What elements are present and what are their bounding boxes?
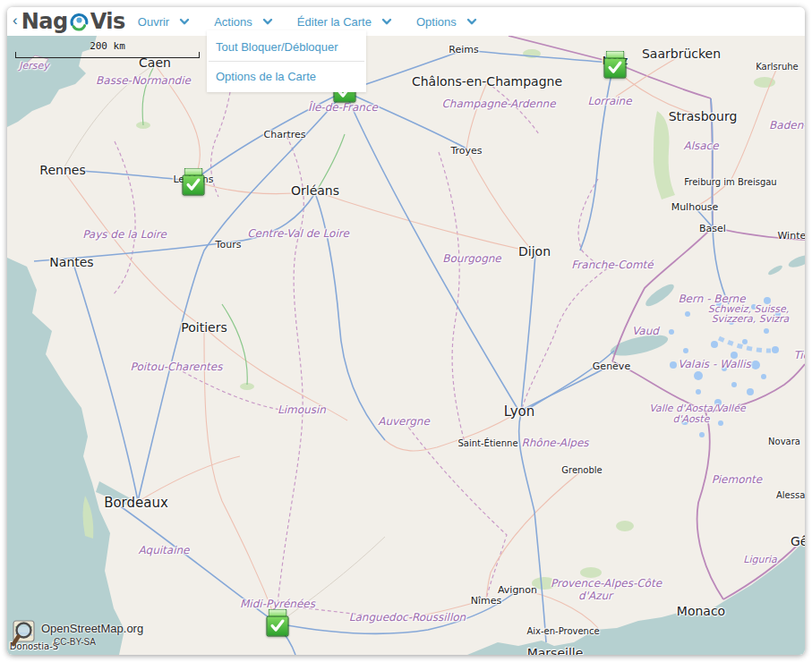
- marker-face: [267, 616, 289, 637]
- app-window: ‹ Nag Vis Ouvrir Actions Éditer la Carte: [7, 7, 805, 655]
- chevron-down-icon: [466, 17, 477, 26]
- nagvis-logo: Nag Vis: [21, 9, 125, 34]
- logo-text-nag: Nag: [21, 9, 68, 34]
- menu-editer-la-carte[interactable]: Éditer la Carte: [297, 15, 392, 29]
- marker-face: [183, 175, 205, 196]
- scale-label: 200 km: [15, 40, 200, 52]
- menu-item-options-de-la-carte[interactable]: Options de la Carte: [207, 62, 366, 90]
- osm-attribution: OpenStreetMap.org CC-BY-SA: [9, 617, 215, 653]
- chevron-down-icon: [179, 17, 190, 26]
- menu-label: Ouvrir: [138, 15, 169, 29]
- menu-ouvrir[interactable]: Ouvrir: [138, 15, 190, 29]
- scale-bar: 200 km: [15, 40, 200, 58]
- menu-options[interactable]: Options: [416, 15, 477, 29]
- marker-face: [604, 58, 627, 79]
- scale-line: [15, 52, 200, 58]
- menu-actions[interactable]: Actions: [214, 15, 273, 29]
- main-menu: Ouvrir Actions Éditer la Carte Options: [138, 15, 501, 29]
- logo-text-vis: Vis: [90, 9, 125, 34]
- status-marker-metz[interactable]: [604, 51, 627, 78]
- status-marker-toulouse[interactable]: [267, 609, 289, 636]
- globe-icon: [69, 12, 90, 32]
- chevron-down-icon: [381, 17, 392, 26]
- check-icon: [269, 618, 287, 635]
- check-icon: [184, 177, 203, 194]
- menu-bar: ‹ Nag Vis Ouvrir Actions Éditer la Carte: [7, 7, 805, 36]
- osm-attribution-link[interactable]: OpenStreetMap.org: [41, 622, 143, 635]
- osm-license-text: CC-BY-SA: [54, 637, 96, 647]
- edit-menu-dropdown: Tout Bloquer/Débloquer Options de la Car…: [207, 30, 366, 92]
- menu-label: Actions: [214, 15, 252, 29]
- osm-logo-icon: [11, 619, 39, 649]
- map-viewport[interactable]: JerseyBasse-NormandieÎle-de-FranceChampa…: [7, 36, 805, 655]
- menu-label: Options: [416, 15, 457, 29]
- chevron-down-icon: [262, 17, 273, 26]
- map-markers: [7, 36, 805, 655]
- check-icon: [606, 60, 625, 77]
- menu-label: Éditer la Carte: [297, 15, 372, 29]
- menu-item-tout-bloquer-debloquer[interactable]: Tout Bloquer/Débloquer: [207, 32, 366, 61]
- status-marker-le-mans[interactable]: [183, 168, 205, 195]
- back-arrow-icon[interactable]: ‹: [7, 12, 20, 31]
